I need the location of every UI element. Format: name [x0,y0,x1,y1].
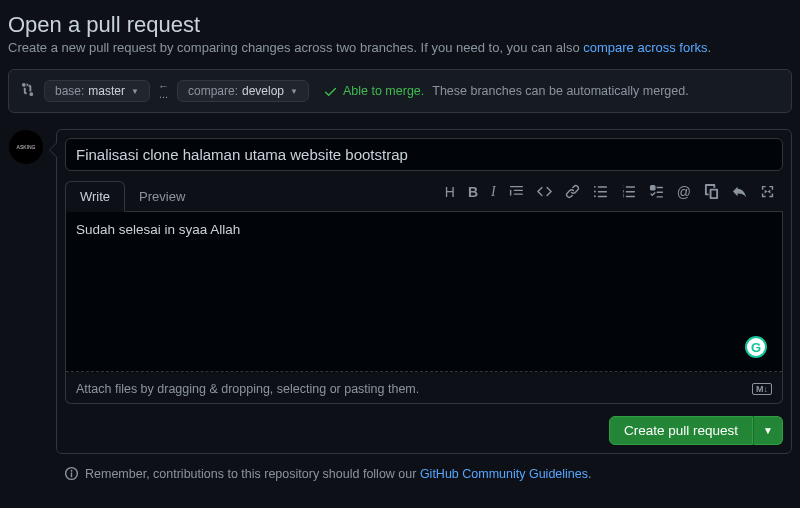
pr-form: Write Preview H B I @ [56,129,792,454]
bold-icon[interactable]: B [468,184,478,202]
tasklist-icon[interactable] [649,184,664,202]
pr-body-textarea[interactable] [66,212,782,372]
merge-note: These branches can be automatically merg… [432,84,688,98]
guidelines-link[interactable]: GitHub Community Guidelines [420,467,588,481]
base-branch-selector[interactable]: base: master ▼ [44,80,150,102]
compare-bar: base: master ▼ ←... compare: develop ▼ A… [8,69,792,113]
markdown-badge-icon[interactable]: M↓ [752,383,772,395]
expand-icon[interactable] [760,184,775,202]
info-icon [64,466,79,481]
body-wrap: Attach files by dragging & dropping, sel… [65,212,783,404]
code-icon[interactable] [537,184,552,202]
arrow-left-icon: ←... [158,83,169,98]
compare-icon [21,82,36,100]
page-subtitle: Create a new pull request by comparing c… [8,40,792,55]
merge-status: Able to merge. [323,84,424,99]
ul-icon[interactable] [593,184,608,202]
tab-row: Write Preview H B I @ [65,181,783,212]
mention-icon[interactable]: @ [677,184,691,202]
italic-icon[interactable]: I [491,184,496,202]
crossref-icon[interactable] [704,184,719,202]
attach-hint[interactable]: Attach files by dragging & dropping, sel… [76,382,419,396]
page-title: Open a pull request [8,12,792,38]
chevron-down-icon: ▼ [290,87,298,96]
md-toolbar: H B I @ [445,184,783,208]
create-pr-dropdown[interactable]: ▼ [753,416,783,445]
tab-preview[interactable]: Preview [125,182,199,211]
link-icon[interactable] [565,184,580,202]
pr-title-input[interactable] [65,138,783,171]
quote-icon[interactable] [509,184,524,202]
chevron-down-icon: ▼ [131,87,139,96]
reply-icon[interactable] [732,184,747,202]
footer-note: Remember, contributions to this reposito… [8,466,792,481]
ol-icon[interactable] [621,184,636,202]
heading-icon[interactable]: H [445,184,455,202]
create-pr-button[interactable]: Create pull request [609,416,753,445]
tab-write[interactable]: Write [65,181,125,212]
compare-forks-link[interactable]: compare across forks [583,40,707,55]
compare-branch-selector[interactable]: compare: develop ▼ [177,80,309,102]
avatar: ASKING [8,129,44,165]
